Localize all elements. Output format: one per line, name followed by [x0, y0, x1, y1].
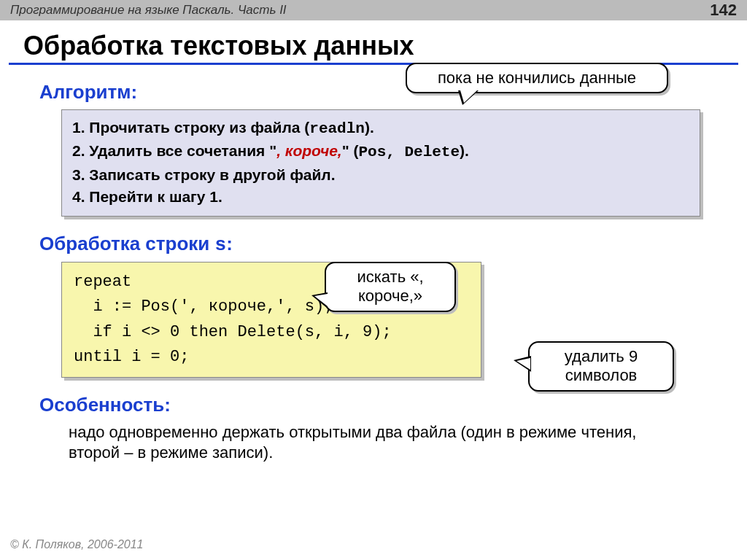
algorithm-box: 1. Прочитать строку из файла (readln). 2… — [61, 109, 700, 217]
algo-step-4: 4. Перейти к шагу 1. — [72, 187, 689, 207]
algo-step-3: 3. Записать строку в другой файл. — [72, 165, 689, 185]
page-title: Обработка текстовых данных — [23, 31, 747, 61]
callout-tail-icon — [514, 356, 531, 372]
algo-step-2: 2. Удалить все сочетания ", короче," (Po… — [72, 141, 689, 163]
callout-until-data: пока не кончились данные — [406, 63, 668, 93]
algo-step-1: 1. Прочитать строку из файла (readln). — [72, 117, 689, 139]
page-number: 142 — [710, 1, 737, 20]
callout-tail-icon — [311, 292, 328, 308]
breadcrumb: Программирование на языке Паскаль. Часть… — [10, 3, 287, 18]
copyright-footer: © К. Поляков, 2006-2011 — [10, 538, 143, 551]
callout-delete-nine: удалить 9 символов — [528, 341, 674, 392]
feature-heading: Особенность: — [39, 394, 729, 416]
processing-heading: Обработка строки s: — [39, 233, 729, 256]
callout-tail-icon — [458, 90, 479, 105]
feature-body: надо одновременно держать открытыми два … — [69, 422, 678, 464]
callout-search: искать «, короче,» — [325, 262, 456, 312]
top-bar: Программирование на языке Паскаль. Часть… — [0, 0, 747, 20]
